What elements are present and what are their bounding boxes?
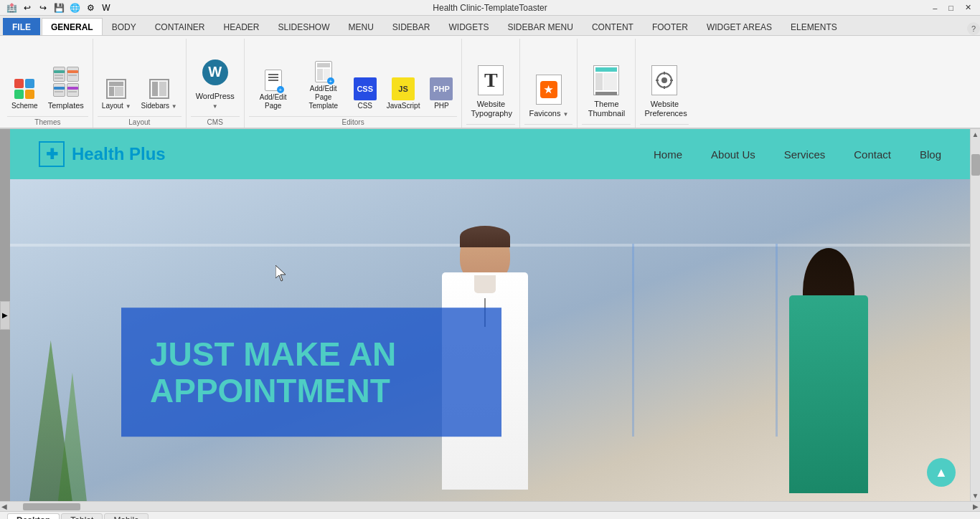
h-scroll-right[interactable]: ▶ bbox=[971, 503, 980, 510]
ribbon-section-favicons: ★ Favicons ▼ bbox=[520, 39, 578, 128]
tab-footer[interactable]: FOOTER bbox=[643, 18, 697, 35]
themes-buttons: Scheme bbox=[7, 39, 88, 116]
ribbon-section-thumbnail: Theme Thumbnail bbox=[578, 39, 636, 128]
thumbnail-section-label bbox=[582, 124, 631, 128]
browser-icon[interactable]: 🌐 bbox=[69, 2, 80, 14]
theme-thumbnail-button[interactable]: Theme Thumbnail bbox=[582, 59, 631, 121]
preview-area: ✚ Health Plus Home About Us Services Con… bbox=[10, 129, 970, 501]
typography-section-label bbox=[466, 124, 515, 128]
nav-contact[interactable]: Contact bbox=[854, 148, 891, 161]
window-buttons[interactable]: – □ ✕ bbox=[930, 3, 974, 12]
layout-button[interactable]: Layout ▼ bbox=[98, 75, 136, 113]
editors-buttons: + Add/Edit Page + Add/Edit Pa bbox=[249, 39, 458, 116]
tab-tablet[interactable]: Tablet bbox=[61, 513, 103, 519]
php-icon: PHP bbox=[430, 77, 453, 100]
vertical-scrollbar[interactable]: ▲ ▼ bbox=[970, 129, 980, 501]
website-preferences-button[interactable]: Website Preferences bbox=[640, 59, 689, 121]
ribbon-section-cms: W WordPress ▼ CMS bbox=[187, 39, 245, 128]
preferences-buttons: Website Preferences bbox=[640, 39, 689, 124]
scroll-thumb[interactable] bbox=[971, 154, 980, 176]
ribbon-tabs: FILE GENERAL BODY CONTAINER HEADER SLIDE… bbox=[0, 16, 980, 36]
wordpress-label: WordPress ▼ bbox=[195, 92, 235, 110]
bottom-area: ◀ ▶ Desktop Tablet Mobile bbox=[0, 501, 980, 519]
css-label: CSS bbox=[357, 102, 372, 110]
nav-services[interactable]: Services bbox=[784, 148, 826, 161]
scroll-top-button[interactable]: ▲ bbox=[927, 458, 956, 487]
hero-title-line1: JUST MAKE AN bbox=[150, 337, 473, 373]
ribbon-section-themes: Scheme bbox=[3, 39, 93, 128]
layout-buttons: Layout ▼ Sidebars ▼ bbox=[98, 39, 182, 116]
scroll-down-arrow[interactable]: ▼ bbox=[971, 490, 980, 501]
php-button[interactable]: PHP PHP bbox=[425, 75, 457, 113]
tab-header[interactable]: HEADER bbox=[214, 18, 268, 35]
minimize-button[interactable]: – bbox=[930, 3, 940, 12]
undo-icon[interactable]: ↩ bbox=[22, 2, 33, 14]
title-bar-controls[interactable]: 🏥 ↩ ↪ 💾 🌐 ⚙ W bbox=[6, 2, 112, 14]
tab-content[interactable]: CONTENT bbox=[583, 18, 643, 35]
scheme-button[interactable]: Scheme bbox=[7, 75, 42, 113]
bottom-bar: Desktop Tablet Mobile bbox=[0, 511, 980, 519]
layout-icon bbox=[105, 77, 128, 100]
wp-icon[interactable]: W bbox=[100, 2, 112, 14]
layout-section-label: Layout bbox=[98, 116, 182, 128]
css-button[interactable]: CSS CSS bbox=[349, 75, 381, 113]
ribbon-section-typography: T Website Typography bbox=[462, 39, 520, 128]
scheme-label: Scheme bbox=[11, 102, 38, 110]
add-edit-page-label: Add/Edit Page bbox=[253, 93, 293, 110]
hero-text-box: JUST MAKE AN APPOINTMENT bbox=[121, 308, 501, 437]
h-scroll-left[interactable]: ◀ bbox=[0, 503, 9, 510]
main-area: ▶ ✚ Health Plus Home About Us Services bbox=[0, 129, 980, 501]
site-navigation: Home About Us Services Contact Blog bbox=[654, 148, 941, 161]
typography-buttons: T Website Typography bbox=[466, 39, 515, 124]
hero-section: JUST MAKE AN APPOINTMENT ▲ bbox=[10, 179, 970, 501]
hero-background: JUST MAKE AN APPOINTMENT ▲ bbox=[10, 179, 970, 501]
favicons-icon: ★ bbox=[534, 72, 563, 108]
hero-title-line2: APPOINTMENT bbox=[150, 373, 473, 409]
scroll-up-arrow[interactable]: ▲ bbox=[971, 129, 980, 140]
tab-widget-areas[interactable]: WIDGET AREAS bbox=[697, 18, 781, 35]
help-icon[interactable]: ? bbox=[967, 22, 980, 35]
logo-cross: ✚ bbox=[46, 146, 58, 163]
tab-body[interactable]: BODY bbox=[103, 18, 146, 35]
collapse-panel-button[interactable]: ▶ bbox=[0, 301, 10, 330]
website-typography-button[interactable]: T Website Typography bbox=[466, 59, 515, 121]
logo-text-plus: Plus bbox=[129, 144, 166, 163]
h-scroll-thumb[interactable] bbox=[23, 503, 80, 510]
nav-about[interactable]: About Us bbox=[711, 148, 755, 161]
tab-sidebar[interactable]: SIDEBAR bbox=[383, 18, 440, 35]
tab-slideshow[interactable]: SLIDESHOW bbox=[268, 18, 339, 35]
nav-blog[interactable]: Blog bbox=[920, 148, 941, 161]
sidebars-button[interactable]: Sidebars ▼ bbox=[137, 75, 182, 113]
tab-file[interactable]: FILE bbox=[3, 18, 40, 35]
tab-menu[interactable]: MENU bbox=[339, 18, 383, 35]
add-edit-page-button[interactable]: + Add/Edit Page bbox=[249, 66, 298, 113]
cms-buttons: W WordPress ▼ bbox=[191, 39, 240, 116]
thumbnail-buttons: Theme Thumbnail bbox=[582, 39, 631, 124]
website-preview: ✚ Health Plus Home About Us Services Con… bbox=[10, 129, 970, 501]
favicons-button[interactable]: ★ Favicons ▼ bbox=[524, 69, 573, 121]
tab-general[interactable]: GENERAL bbox=[42, 18, 103, 35]
close-button[interactable]: ✕ bbox=[962, 3, 974, 12]
scheme-icon bbox=[13, 77, 36, 100]
tab-widgets[interactable]: WIDGETS bbox=[440, 18, 499, 35]
favicons-label: Favicons ▼ bbox=[529, 109, 568, 118]
javascript-button[interactable]: JS JavaScript bbox=[382, 75, 425, 113]
tab-sidebar-menu[interactable]: SIDEBAR MENU bbox=[499, 18, 583, 35]
title-bar: 🏥 ↩ ↪ 💾 🌐 ⚙ W Health Clinic-TemplateToas… bbox=[0, 0, 980, 16]
ribbon-section-preferences: Website Preferences bbox=[636, 39, 693, 128]
templates-button[interactable]: Templates bbox=[44, 61, 88, 113]
tab-container[interactable]: CONTAINER bbox=[146, 18, 215, 35]
nav-home[interactable]: Home bbox=[654, 148, 682, 161]
add-edit-template-button[interactable]: + Add/Edit Page Template bbox=[299, 57, 348, 113]
tab-elements[interactable]: ELEMENTS bbox=[781, 18, 847, 35]
wordpress-button[interactable]: W WordPress ▼ bbox=[191, 52, 240, 113]
tab-mobile[interactable]: Mobile bbox=[104, 513, 148, 519]
logo-icon: ✚ bbox=[39, 141, 65, 167]
cms-icon[interactable]: ⚙ bbox=[85, 2, 96, 14]
thumbnail-icon bbox=[592, 62, 621, 98]
redo-icon[interactable]: ↪ bbox=[37, 2, 49, 14]
maximize-button[interactable]: □ bbox=[946, 3, 956, 12]
horizontal-scrollbar[interactable]: ◀ ▶ bbox=[0, 501, 980, 511]
save-icon[interactable]: 💾 bbox=[53, 2, 65, 14]
tab-desktop[interactable]: Desktop bbox=[7, 513, 60, 519]
